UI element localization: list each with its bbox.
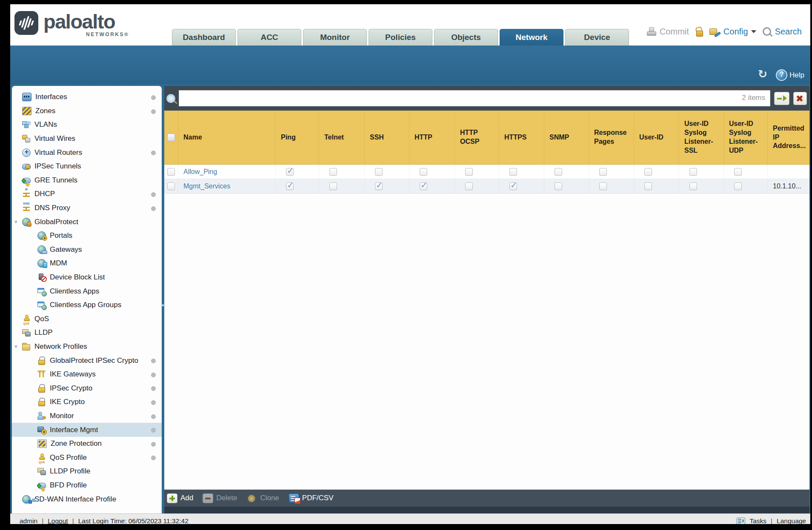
sidebar-item-ipsec-crypto[interactable]: IPSec Crypto bbox=[12, 381, 162, 395]
sidebar-item-gateways[interactable]: Gateways bbox=[12, 243, 162, 257]
delete-button[interactable]: Delete bbox=[203, 493, 237, 503]
sidebar-item-qos[interactable]: QoSQoS bbox=[12, 312, 162, 326]
last-login-time: Last Login Time: 06/05/2023 11:32:42 bbox=[78, 517, 189, 524]
row-name-link[interactable]: Allow_Ping bbox=[183, 168, 217, 176]
sidebar-item-zones[interactable]: Zones bbox=[12, 104, 162, 118]
column-header-permitted-ip-address[interactable]: Permitted IP Address... bbox=[767, 111, 809, 164]
sidebar-item-device-block-list[interactable]: Device Block List bbox=[12, 271, 162, 285]
checkbox-unchecked bbox=[555, 182, 562, 190]
pdf-csv-button[interactable]: PDF/CSV bbox=[289, 493, 334, 503]
logout-link[interactable]: Logout bbox=[48, 517, 68, 524]
refresh-icon[interactable] bbox=[758, 70, 770, 81]
checkbox-unchecked bbox=[734, 182, 742, 190]
column-header-telnet[interactable]: Telnet bbox=[319, 111, 364, 164]
cell-permitted-ip-address: 10.1.10... bbox=[767, 179, 809, 193]
clone-button[interactable]: Clone bbox=[246, 493, 279, 503]
column-header-https[interactable]: HTTPS bbox=[499, 111, 544, 164]
sidebar-item-virtual-routers[interactable]: Virtual Routers bbox=[12, 145, 162, 160]
filter-input[interactable] bbox=[179, 90, 770, 106]
sidebar-item-clientless-apps[interactable]: Clientless Apps bbox=[12, 284, 162, 298]
row-select-checkbox[interactable] bbox=[164, 179, 178, 193]
sidebar-item-ipsec-tunnels[interactable]: IPSec Tunnels bbox=[12, 160, 162, 174]
column-header-label: SSH bbox=[370, 133, 384, 142]
tab-dashboard[interactable]: Dashboard bbox=[172, 29, 236, 46]
row-name-link[interactable]: Mgmt_Services bbox=[183, 182, 230, 190]
tab-acc[interactable]: ACC bbox=[237, 29, 301, 46]
language-button[interactable]: Language bbox=[777, 517, 806, 524]
column-header-ssh[interactable]: SSH bbox=[364, 111, 409, 164]
chevron-down-icon[interactable] bbox=[751, 30, 756, 33]
help-button[interactable]: Help bbox=[776, 69, 804, 81]
row-select-checkbox[interactable] bbox=[164, 165, 178, 179]
clear-filter-button[interactable] bbox=[793, 92, 807, 105]
clientless-app-groups-icon bbox=[37, 301, 46, 309]
unlock-icon[interactable] bbox=[695, 27, 704, 36]
sidebar-item-vlans[interactable]: VLANs bbox=[12, 118, 162, 132]
apply-filter-button[interactable] bbox=[774, 92, 789, 105]
column-header-user-id-syslog-listener-udp[interactable]: User-ID Syslog Listener-UDP bbox=[723, 111, 767, 164]
sidebar-item-interfaces[interactable]: Interfaces bbox=[12, 90, 162, 104]
status-left: admin | Logout | Last Login Time: 06/05/… bbox=[20, 517, 189, 524]
sidebar-item-lldp-profile[interactable]: LLDP Profile bbox=[12, 464, 162, 479]
sidebar-item-label: Device Block List bbox=[50, 273, 105, 282]
sidebar-item-lldp[interactable]: LLDP bbox=[12, 326, 162, 340]
add-button[interactable]: Add bbox=[167, 493, 193, 503]
tab-monitor[interactable]: Monitor bbox=[303, 29, 367, 46]
delete-icon bbox=[203, 493, 213, 503]
column-header-label: Name bbox=[183, 133, 202, 142]
column-header-snmp[interactable]: SNMP bbox=[544, 111, 589, 164]
sidebar-item-dns-proxy[interactable]: DNSDNS Proxy bbox=[12, 201, 162, 215]
column-header-name[interactable]: Name bbox=[178, 111, 275, 164]
tab-policies[interactable]: Policies bbox=[369, 29, 432, 46]
sidebar-item-globalprotect-ipsec-crypto[interactable]: GlobalProtect IPSec Crypto bbox=[12, 353, 162, 368]
sidebar-item-gre-tunnels[interactable]: GRE Tunnels bbox=[12, 174, 162, 188]
sidebar-item-dhcp[interactable]: IPDHCP bbox=[12, 187, 162, 201]
column-header-label: HTTP OCSP bbox=[460, 128, 499, 146]
column-header-http[interactable]: HTTP bbox=[409, 111, 455, 164]
sidebar-item-sd-wan-interface-profile[interactable]: SD-WAN Interface Profile bbox=[12, 492, 162, 506]
sidebar-item-mdm[interactable]: MDM bbox=[12, 256, 162, 271]
add-label: Add bbox=[180, 494, 193, 502]
sidebar-item-virtual-wires[interactable]: Virtual Wires bbox=[12, 132, 162, 146]
tasks-button[interactable]: Tasks bbox=[749, 517, 766, 524]
sidebar-item-ike-gateways[interactable]: IKE Gateways bbox=[12, 368, 162, 382]
tab-network[interactable]: Network bbox=[500, 29, 563, 46]
column-header-response-pages[interactable]: Response Pages bbox=[589, 111, 634, 164]
sidebar-item-network-profiles[interactable]: Network Profiles bbox=[12, 340, 162, 354]
cell-ssh bbox=[364, 165, 409, 179]
column-header-user-id[interactable]: User-ID bbox=[634, 111, 679, 164]
sidebar-item-label: GRE Tunnels bbox=[34, 176, 77, 185]
column-header-ping[interactable]: Ping bbox=[275, 111, 319, 164]
sidebar-item-globalprotect[interactable]: GlobalProtect bbox=[12, 215, 162, 229]
sidebar-item-qos-profile[interactable]: QoSQoS Profile bbox=[12, 450, 162, 464]
sidebar-item-label: Network Profiles bbox=[34, 342, 87, 351]
sidebar-item-monitor[interactable]: Monitor bbox=[12, 409, 162, 423]
cell-telnet bbox=[319, 165, 364, 179]
sidebar-item-clientless-app-groups[interactable]: Clientless App Groups bbox=[12, 298, 162, 312]
commit-button[interactable]: Commit bbox=[660, 27, 689, 37]
checkbox-unchecked bbox=[555, 168, 562, 176]
column-header-user-id-syslog-listener-ssl[interactable]: User-ID Syslog Listener-SSL bbox=[679, 111, 723, 164]
tab-objects[interactable]: Objects bbox=[434, 29, 498, 46]
sidebar-item-ike-crypto[interactable]: IKE Crypto bbox=[12, 395, 162, 409]
expander-down-icon[interactable] bbox=[14, 220, 22, 224]
global-search-button[interactable]: Search bbox=[775, 27, 802, 37]
column-header-http-ocsp[interactable]: HTTP OCSP bbox=[455, 111, 499, 164]
sidebar-item-zone-protection[interactable]: Zone Protection bbox=[12, 437, 162, 451]
main-content: 2 items NamePingTelnetSSHHTTPHTTP OCSPHT… bbox=[164, 86, 809, 513]
select-all-checkbox[interactable] bbox=[164, 111, 178, 164]
sidebar-item-label: Monitor bbox=[50, 412, 74, 420]
config-menu-button[interactable]: Config bbox=[723, 27, 748, 37]
sidebar-item-label: LLDP bbox=[34, 328, 53, 337]
dns-proxy-icon: DNS bbox=[22, 204, 31, 212]
sidebar-item-bfd-profile[interactable]: BFD Profile bbox=[12, 479, 162, 493]
checkbox-unchecked bbox=[465, 168, 473, 176]
bottom-toolbar: Add Delete Clone PDF/CSV bbox=[164, 490, 809, 507]
sidebar-item-label: GlobalProtect IPSec Crypto bbox=[50, 356, 138, 365]
sidebar-item-interface-mgmt[interactable]: Interface Mgmt bbox=[12, 423, 162, 437]
tab-device[interactable]: Device bbox=[565, 29, 629, 46]
sidebar-item-portals[interactable]: Portals bbox=[12, 229, 162, 243]
monitor-icon bbox=[37, 412, 46, 420]
tasks-icon bbox=[737, 518, 745, 524]
expander-down-icon[interactable] bbox=[14, 345, 22, 349]
